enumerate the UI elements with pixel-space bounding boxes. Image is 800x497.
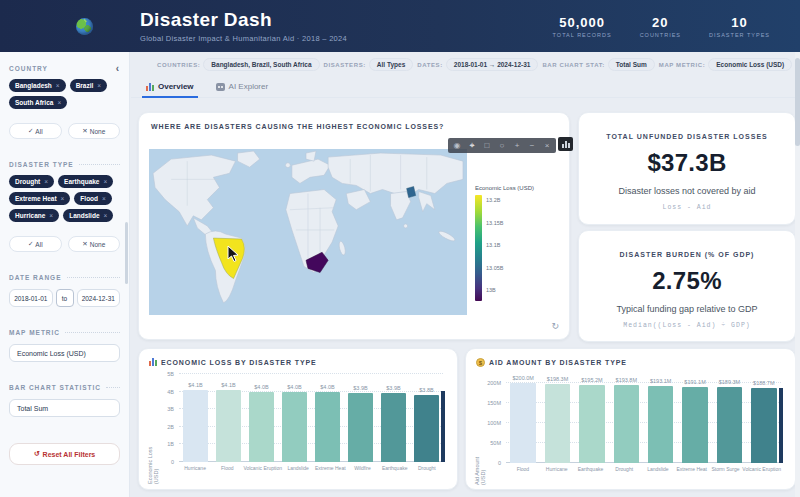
plotly-logo-icon[interactable] xyxy=(558,137,573,151)
remove-icon[interactable]: × xyxy=(57,99,61,106)
zoom-out-icon[interactable]: − xyxy=(525,139,539,152)
bar-earthquake[interactable] xyxy=(579,385,604,463)
remove-icon[interactable]: × xyxy=(61,195,65,202)
remove-icon[interactable]: × xyxy=(97,82,101,89)
lasso-icon[interactable]: ○ xyxy=(495,139,509,152)
remove-icon[interactable]: × xyxy=(104,212,108,219)
country-chip[interactable]: Brazil× xyxy=(70,79,108,92)
economic-loss-chart: ECONOMIC LOSS BY DISASTER TYPE Economic … xyxy=(138,348,458,490)
bar-value-label: $193.1M xyxy=(650,378,671,384)
bar-slot: $4.1B xyxy=(179,374,212,462)
remove-icon[interactable]: × xyxy=(56,82,60,89)
chip-label: Earthquake xyxy=(64,178,99,185)
filter-summary-chip: 2018-01-01 → 2024-12-31 xyxy=(446,58,539,71)
stat-value: 10 xyxy=(709,15,770,30)
pan-icon[interactable]: ⌖ xyxy=(465,139,479,152)
disaster-select-all-button[interactable]: ✓All xyxy=(9,236,62,252)
map-question: WHERE ARE DISASTERS CAUSING THE HIGHEST … xyxy=(151,123,557,130)
map-metric-select[interactable]: Economic Loss (USD) xyxy=(9,344,120,362)
bar-storm-surge[interactable] xyxy=(717,387,742,463)
bar-extreme-heat[interactable] xyxy=(315,392,339,462)
x-category-label: Hurricane xyxy=(540,466,574,472)
y-tick: 200M xyxy=(487,380,501,386)
disaster-chip[interactable]: Extreme Heat× xyxy=(9,192,70,205)
stat-label: COUNTRIES xyxy=(640,32,681,38)
disaster-chip[interactable]: Drought× xyxy=(9,175,54,188)
bar-wildfire[interactable] xyxy=(348,393,372,462)
country-select-all-button[interactable]: ✓All xyxy=(9,123,62,139)
world-map[interactable] xyxy=(149,149,467,315)
legend-colorbar xyxy=(475,195,482,301)
x-axis-categories: HurricaneFloodVolcanic EruptionLandslide… xyxy=(179,465,443,471)
map-metric-section-label: MAP METRIC xyxy=(9,329,120,336)
bar-stat-select[interactable]: Total Sum xyxy=(9,399,120,417)
reset-axes-icon[interactable]: × xyxy=(540,139,554,152)
camera-icon[interactable]: ◉ xyxy=(450,139,464,152)
bar-hurricane[interactable] xyxy=(183,390,207,462)
remove-icon[interactable]: × xyxy=(102,195,106,202)
disaster-chip[interactable]: Flood× xyxy=(74,192,112,205)
zoom-in-icon[interactable]: + xyxy=(510,139,524,152)
bar-earthquake[interactable] xyxy=(381,393,405,462)
tab-label: Overview xyxy=(158,82,194,91)
bar-value-label: $195.2M xyxy=(581,377,602,383)
stat-label: DISASTER TYPES xyxy=(709,32,770,38)
kpi-disaster-burden: DISASTER BURDEN (% OF GDP) 2.75% Typical… xyxy=(578,230,796,342)
divider xyxy=(106,387,120,388)
date-end-input[interactable]: 2024-12-31 xyxy=(77,289,121,307)
disaster-chip[interactable]: Landslide× xyxy=(63,209,113,222)
country-select-none-button[interactable]: ✕None xyxy=(68,123,121,139)
clipped-bar xyxy=(779,388,783,463)
window-scrollbar[interactable] xyxy=(795,52,800,497)
reset-all-filters-button[interactable]: ↺ Reset All Filters xyxy=(9,443,120,465)
bar-flood[interactable] xyxy=(510,383,535,463)
stat-value: 50,000 xyxy=(553,15,612,30)
x-axis-categories: FloodHurricaneEarthquakeDroughtLandslide… xyxy=(506,466,781,472)
kpi-description: Disaster losses not covered by aid xyxy=(579,186,795,196)
collapse-sidebar-icon[interactable]: ‹ xyxy=(116,66,120,72)
x-category-label: Flood xyxy=(211,465,243,471)
remove-icon[interactable]: × xyxy=(44,178,48,185)
tab-overview[interactable]: Overview xyxy=(142,77,198,97)
bar-drought[interactable] xyxy=(614,385,639,463)
date-start-input[interactable]: 2018-01-01 xyxy=(9,289,53,307)
y-axis-ticks: 01B2B3B4B5B xyxy=(157,374,177,462)
remove-icon[interactable]: × xyxy=(103,178,107,185)
country-chip[interactable]: South Africa× xyxy=(9,96,67,109)
y-tick: 50M xyxy=(490,440,501,446)
bar-value-label: $198.3M xyxy=(547,376,568,382)
section-label-text: BAR CHART STATISTIC xyxy=(9,384,101,391)
bar-drought[interactable] xyxy=(414,395,438,462)
x-category-label: Flood xyxy=(506,466,540,472)
bar-hurricane[interactable] xyxy=(545,384,570,463)
reset-view-icon[interactable]: ↻ xyxy=(551,321,559,331)
country-chip[interactable]: Bangladesh× xyxy=(9,79,66,92)
bar-landslide[interactable] xyxy=(282,392,306,462)
box-select-icon[interactable]: □ xyxy=(480,139,494,152)
x-category-label: Hurricane xyxy=(179,465,211,471)
choropleth-map[interactable] xyxy=(149,149,467,315)
bar-value-label: $188.7M xyxy=(753,380,774,386)
check-icon: ✓ xyxy=(28,240,33,248)
plot-area: $200.0M$198.3M$195.2M$193.8M$193.1M$191.… xyxy=(506,375,781,463)
remove-icon[interactable]: × xyxy=(49,212,53,219)
bar-landslide[interactable] xyxy=(648,386,673,463)
disaster-chip[interactable]: Hurricane× xyxy=(9,209,59,222)
disaster-chip[interactable]: Earthquake× xyxy=(58,175,113,188)
tab-label: AI Explorer xyxy=(229,82,269,91)
y-tick: 100M xyxy=(487,420,501,426)
bar-flood[interactable] xyxy=(216,390,240,462)
bar-extreme-heat[interactable] xyxy=(682,387,707,463)
bar-volcanic-eruption[interactable] xyxy=(249,392,273,462)
sidebar-scrollbar[interactable] xyxy=(125,222,128,284)
tab-ai-explorer[interactable]: AI Explorer xyxy=(212,77,273,97)
robot-icon xyxy=(216,83,225,91)
country-chips: Bangladesh× Brazil× South Africa× xyxy=(9,79,120,109)
legend-tick: 13.05B xyxy=(486,265,503,271)
divider xyxy=(79,164,120,165)
bar-volcanic-eruption[interactable] xyxy=(751,388,776,463)
scrollbar-thumb[interactable] xyxy=(795,58,800,146)
date-range-section-label: DATE RANGE xyxy=(9,274,120,281)
disaster-select-none-button[interactable]: ✕None xyxy=(68,236,121,252)
bar-slot: $4.1B xyxy=(212,374,245,462)
